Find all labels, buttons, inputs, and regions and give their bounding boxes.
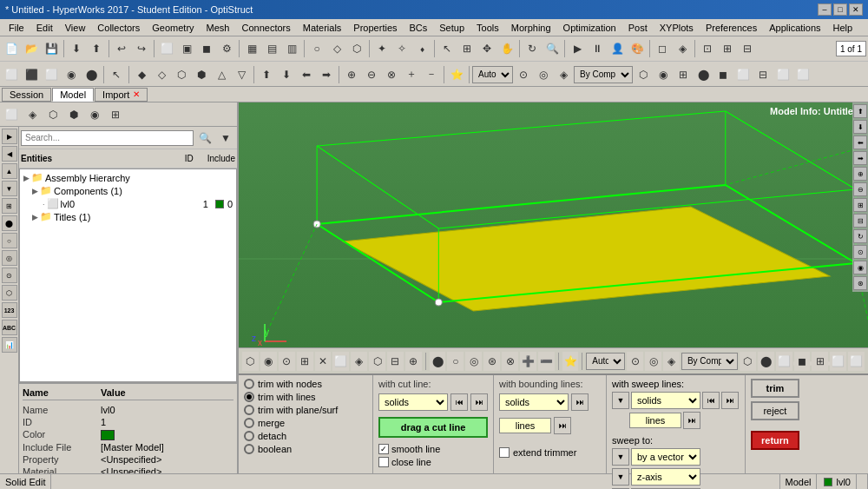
menu-properties[interactable]: Properties xyxy=(348,21,402,35)
menu-tools[interactable]: Tools xyxy=(471,21,504,35)
cut-line-end-btn2[interactable]: ⏭ xyxy=(470,393,488,411)
tb-import[interactable]: ⬇ xyxy=(67,39,86,58)
tb-view2[interactable]: ▣ xyxy=(177,39,196,58)
radio-trim-nodes[interactable]: trim with nodes xyxy=(244,379,367,389)
tab-import[interactable]: Import ✕ xyxy=(95,88,148,102)
tb2-18[interactable]: ⊗ xyxy=(382,65,401,84)
tb-person[interactable]: 👤 xyxy=(608,39,627,58)
sweep-solids-end2[interactable]: ⏭ xyxy=(721,392,739,409)
sweep-solids-end[interactable]: ⏮ xyxy=(702,392,720,409)
tb2-27[interactable]: ⬜ xyxy=(733,65,753,84)
menu-setup[interactable]: Setup xyxy=(434,21,470,35)
tb2-6[interactable]: ◆ xyxy=(132,65,151,84)
tb2-17[interactable]: ⊖ xyxy=(362,65,381,84)
vb-icon-18[interactable]: ⭐ xyxy=(562,352,579,371)
sweep-arrow-left[interactable]: ▼ xyxy=(612,392,629,409)
side-icon-6[interactable]: ⬤ xyxy=(2,215,17,231)
tb2-4[interactable]: ◉ xyxy=(62,65,81,84)
vb-icon-10[interactable]: ⊕ xyxy=(405,352,422,371)
menu-view[interactable]: View xyxy=(60,21,91,35)
tab-session[interactable]: Session xyxy=(2,88,51,102)
radio-trim-lines-btn[interactable] xyxy=(244,392,254,402)
tb-node3[interactable]: ⬧ xyxy=(412,39,431,58)
vb-icon-22[interactable]: ⬡ xyxy=(740,352,756,371)
tb-save[interactable]: 💾 xyxy=(42,39,61,58)
drag-cut-line-button[interactable]: drag a cut line xyxy=(378,417,488,438)
vb-icon-11[interactable]: ⬤ xyxy=(430,352,446,371)
vb-icon-24[interactable]: ⬜ xyxy=(776,352,792,371)
tb-move[interactable]: ✥ xyxy=(477,39,496,58)
vb-icon-6[interactable]: ⬜ xyxy=(332,352,349,371)
tb-zoom[interactable]: 🔍 xyxy=(542,39,562,58)
menu-connectors[interactable]: Connectors xyxy=(236,21,295,35)
vb-icon-9[interactable]: ⊟ xyxy=(387,352,404,371)
vb-icon-17[interactable]: ➖ xyxy=(538,352,555,371)
radio-trim-lines[interactable]: trim with lines xyxy=(244,392,367,402)
tb2-21[interactable]: ◈ xyxy=(554,65,573,84)
vb-icon-7[interactable]: ◈ xyxy=(351,352,367,371)
menu-file[interactable]: File xyxy=(3,21,30,35)
tree-item-assembly[interactable]: ▶ 📁 Assembly Hierarchy xyxy=(22,171,234,184)
auto-dropdown[interactable]: Auto xyxy=(472,66,513,83)
vb-icon-1[interactable]: ⬡ xyxy=(242,352,259,371)
tb2-plus[interactable]: ＋ xyxy=(402,65,421,84)
menu-materials[interactable]: Materials xyxy=(298,21,347,35)
tb-color[interactable]: 🎨 xyxy=(628,39,647,58)
tb-cursor[interactable]: ↖ xyxy=(437,39,457,58)
close-button[interactable]: ✕ xyxy=(849,3,863,16)
vp-icon-9[interactable]: ↻ xyxy=(853,229,867,243)
side-icon-1[interactable]: ▶ xyxy=(2,129,17,144)
vb-icon-16[interactable]: ➕ xyxy=(520,352,536,371)
vb-icon-12[interactable]: ○ xyxy=(447,352,464,371)
vb-icon-15[interactable]: ⊗ xyxy=(502,352,518,371)
smooth-line-check[interactable]: ✓ smooth line xyxy=(378,444,488,454)
tb2-10[interactable]: △ xyxy=(212,65,231,84)
menu-xyplots[interactable]: XYPlots xyxy=(654,21,699,35)
radio-trim-nodes-btn[interactable] xyxy=(244,379,254,389)
vb-by-comp-dropdown[interactable]: By Comp xyxy=(681,353,738,370)
tb-view3[interactable]: ◼ xyxy=(197,39,216,58)
tb-view1[interactable]: ⬜ xyxy=(157,39,176,58)
tb2-cursor[interactable]: ↖ xyxy=(107,65,126,84)
side-icon-2[interactable]: ◀ xyxy=(2,146,17,162)
vb-icon-26[interactable]: ⊞ xyxy=(812,352,828,371)
lt-btn5[interactable]: ◉ xyxy=(85,105,104,124)
tb-geom2[interactable]: ◇ xyxy=(327,39,346,58)
extend-checkbox[interactable] xyxy=(499,447,510,458)
vb-icon-19[interactable]: ⊙ xyxy=(627,352,643,371)
radio-boolean[interactable]: boolean xyxy=(244,444,367,454)
radio-detach-btn[interactable] xyxy=(244,431,254,441)
tb2-25[interactable]: ⬤ xyxy=(694,65,713,84)
radio-trim-plane-btn[interactable] xyxy=(244,405,254,415)
tree-item-components[interactable]: ▶ 📁 Components (1) xyxy=(22,184,234,197)
tb-view-x[interactable]: ⊞ xyxy=(718,39,737,58)
tb-pan[interactable]: ✋ xyxy=(497,39,516,58)
bounding-lines-end-btn[interactable]: ⏭ xyxy=(554,417,571,434)
vb-icon-28[interactable]: ⬜ xyxy=(848,352,865,371)
menu-bcs[interactable]: BCs xyxy=(404,21,433,35)
vp-icon-12[interactable]: ⊛ xyxy=(853,276,867,290)
tb2-30[interactable]: ⬜ xyxy=(793,65,812,84)
lt-btn1[interactable]: ⬜ xyxy=(2,105,21,124)
tb-mesh1[interactable]: ▦ xyxy=(242,39,261,58)
tb2-19[interactable]: ⊙ xyxy=(514,65,533,84)
vp-icon-4[interactable]: ➡ xyxy=(853,151,867,165)
tb2-28[interactable]: ⊟ xyxy=(753,65,773,84)
tb-redo[interactable]: ↪ xyxy=(132,39,151,58)
import-tab-close[interactable]: ✕ xyxy=(133,89,140,99)
tb-geom1[interactable]: ○ xyxy=(307,39,326,58)
tb-anim2[interactable]: ⏸ xyxy=(588,39,607,58)
tb2-minus[interactable]: － xyxy=(422,65,441,84)
side-icon-abc[interactable]: ABC xyxy=(2,320,17,335)
vp-icon-1[interactable]: ⬆ xyxy=(853,104,867,118)
sweep-vector-arrow[interactable]: ▼ xyxy=(612,448,629,466)
vp-icon-5[interactable]: ⊕ xyxy=(853,167,867,181)
tb-anim1[interactable]: ▶ xyxy=(568,39,587,58)
tb-rotate[interactable]: ↻ xyxy=(523,39,542,58)
radio-detach[interactable]: detach xyxy=(244,431,367,441)
vb-icon-25[interactable]: ◼ xyxy=(794,352,811,371)
by-comp-dropdown[interactable]: By Comp xyxy=(574,66,633,83)
trim-button[interactable]: trim xyxy=(751,379,799,398)
tb2-1[interactable]: ⬜ xyxy=(2,65,21,84)
tb2-16[interactable]: ⊕ xyxy=(342,65,361,84)
